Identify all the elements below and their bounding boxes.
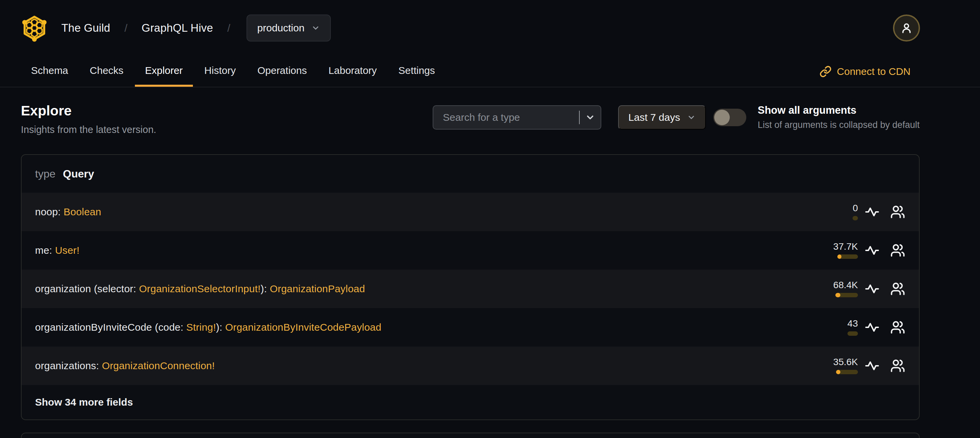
explorer-controls: Last 7 days Show all arguments List of a… — [433, 103, 920, 130]
users-icon — [890, 243, 905, 258]
field-usage: 68.4K — [814, 280, 858, 297]
target-selector-button[interactable]: production — [247, 14, 331, 41]
page-title-block: Explore Insights from the latest version… — [21, 103, 156, 135]
breadcrumb-separator: / — [227, 22, 230, 34]
activity-icon — [865, 320, 880, 335]
page-title: Explore — [21, 103, 156, 119]
field-usage-count: 68.4K — [833, 280, 858, 290]
users-icon — [890, 320, 905, 335]
show-more-fields-button[interactable]: Show 34 more fields — [22, 385, 919, 419]
activity-icon — [865, 204, 880, 219]
toggle-knob — [714, 110, 730, 125]
field-usage-bar — [848, 331, 858, 336]
field-activity-button[interactable] — [864, 320, 880, 335]
connect-to-cdn-link[interactable]: Connect to CDN — [819, 56, 920, 87]
activity-icon — [865, 282, 880, 296]
show-all-arguments-toggle[interactable] — [713, 109, 746, 126]
toggle-sublabel: List of arguments is collapsed by defaul… — [758, 120, 920, 130]
field-usage-count: 35.6K — [833, 357, 858, 367]
users-icon — [890, 358, 905, 373]
tab-explorer[interactable]: Explorer — [135, 56, 193, 87]
hive-logo-icon[interactable] — [19, 13, 49, 43]
field-activity-button[interactable] — [864, 204, 880, 220]
field-stats: 43 — [814, 319, 905, 336]
tab-history[interactable]: History — [194, 56, 246, 87]
tab-operations[interactable]: Operations — [247, 56, 317, 87]
type-search-combobox[interactable] — [433, 105, 601, 130]
field-usage: 37.7K — [814, 242, 858, 259]
field-usage-count: 43 — [848, 319, 858, 328]
field-stats: 37.7K — [814, 242, 905, 259]
field-stats: 0 — [814, 204, 905, 220]
field-clients-button[interactable] — [890, 320, 905, 335]
type-card-header: type Query — [22, 155, 919, 193]
page-head: Explore Insights from the latest version… — [0, 88, 980, 135]
field-row-organization: organization (selector: OrganizationSele… — [22, 270, 919, 308]
activity-icon — [865, 243, 880, 258]
tab-settings[interactable]: Settings — [388, 56, 445, 87]
field-usage-bar — [835, 293, 858, 297]
field-usage-count: 0 — [853, 204, 858, 213]
toggle-label: Show all arguments — [758, 104, 920, 116]
page-subtitle: Insights from the latest version. — [21, 124, 156, 135]
user-avatar-button[interactable] — [893, 14, 920, 41]
tab-laboratory[interactable]: Laboratory — [318, 56, 387, 87]
toggle-label-block: Show all arguments List of arguments is … — [758, 104, 920, 130]
period-selector-button[interactable]: Last 7 days — [618, 105, 705, 130]
field-row-noop: noop: Boolean 0 — [22, 193, 919, 231]
field-activity-button[interactable] — [864, 358, 880, 374]
field-clients-button[interactable] — [890, 281, 905, 296]
target-selector-value: production — [257, 22, 304, 34]
field-clients-button[interactable] — [890, 204, 905, 220]
field-usage-bar — [853, 216, 858, 220]
field-stats: 68.4K — [814, 280, 905, 297]
breadcrumb: The Guild / GraphQL Hive / production — [19, 13, 331, 43]
field-usage: 0 — [814, 204, 858, 220]
type-name: Query — [63, 168, 94, 180]
field-signature: organization (selector: OrganizationSele… — [35, 283, 365, 295]
type-search-input[interactable] — [433, 112, 579, 123]
users-icon — [890, 282, 905, 296]
breadcrumb-separator: / — [124, 22, 127, 34]
field-clients-button[interactable] — [890, 358, 905, 374]
type-card-query: type Query noop: Boolean 0 me: User! 37.… — [21, 154, 920, 420]
app-header: The Guild / GraphQL Hive / production — [0, 0, 980, 56]
field-clients-button[interactable] — [890, 243, 905, 258]
link-icon — [819, 65, 832, 78]
field-activity-button[interactable] — [864, 281, 880, 296]
chevron-down-icon — [687, 113, 696, 122]
breadcrumb-org[interactable]: The Guild — [61, 22, 110, 34]
chevron-down-icon — [311, 24, 320, 32]
users-icon — [890, 204, 905, 219]
field-usage: 43 — [814, 319, 858, 336]
user-icon — [900, 22, 913, 34]
chevron-down-icon — [585, 112, 595, 123]
field-row-me: me: User! 37.7K — [22, 231, 919, 270]
field-row-organizations: organizations: OrganizationConnection! 3… — [22, 347, 919, 385]
connect-to-cdn-label: Connect to CDN — [837, 66, 910, 77]
type-kind-label: type — [35, 168, 55, 180]
field-signature: organizationByInviteCode (code: String!)… — [35, 322, 382, 333]
field-usage-bar — [836, 370, 858, 374]
main-tab-bar: Schema Checks Explorer History Operation… — [0, 56, 980, 88]
field-row-organizationByInviteCode: organizationByInviteCode (code: String!)… — [22, 308, 919, 347]
field-stats: 35.6K — [814, 357, 905, 374]
tab-checks[interactable]: Checks — [80, 56, 134, 87]
type-card-next-partial — [21, 433, 920, 438]
type-search-dropdown-button[interactable] — [580, 112, 601, 123]
field-usage-bar — [837, 255, 858, 259]
period-value: Last 7 days — [628, 112, 680, 123]
activity-icon — [865, 358, 880, 373]
tab-schema[interactable]: Schema — [21, 56, 78, 87]
field-signature: organizations: OrganizationConnection! — [35, 360, 215, 371]
field-usage: 35.6K — [814, 357, 858, 374]
breadcrumb-project[interactable]: GraphQL Hive — [142, 22, 213, 34]
field-activity-button[interactable] — [864, 243, 880, 258]
field-signature: noop: Boolean — [35, 206, 101, 218]
field-usage-count: 37.7K — [833, 242, 858, 252]
field-signature: me: User! — [35, 245, 80, 256]
